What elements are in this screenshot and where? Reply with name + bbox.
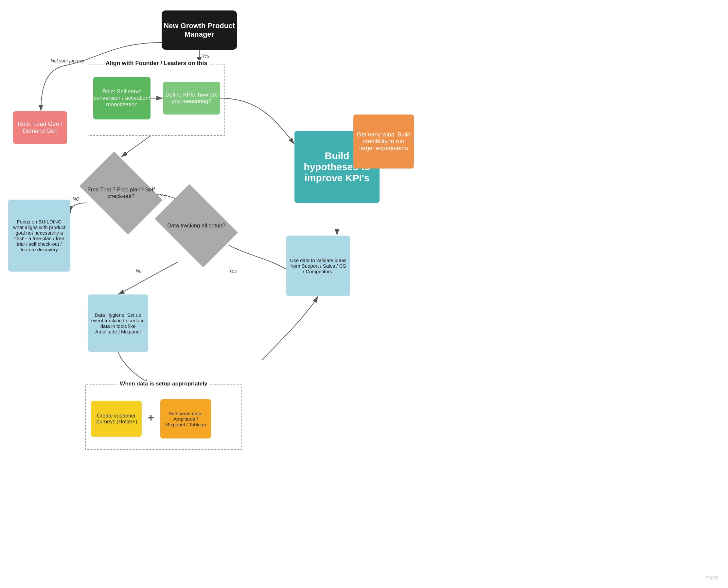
- focus-building-label: Focus on BUILDING what aligns with produ…: [8, 216, 70, 255]
- flowchart: New Growth Product Manager Yes Not your …: [0, 0, 728, 588]
- yes-top-label: Yes: [202, 53, 209, 59]
- data-hygiene-label: Data Hygiene: Set up event tracking to s…: [88, 309, 148, 338]
- align-box-title: Align with Founder / Leaders on this: [103, 60, 210, 67]
- no-freetrial-label: NO: [73, 196, 80, 202]
- start-label: New Growth Product Manager: [162, 22, 237, 39]
- lead-gen-label: Role: Lead Gen / Demand Gen: [13, 121, 67, 134]
- data-tracking-diamond: Data tracking all setup?: [160, 190, 232, 262]
- yes-datatracking-label: Yes: [229, 268, 237, 274]
- role-conversion-label: Role: Self serve conversion / activation…: [93, 88, 150, 108]
- role-conversion-node: Role: Self serve conversion / activation…: [93, 77, 150, 120]
- no-datatracking-label: No: [136, 268, 142, 274]
- define-kpis-label: Define KPIs: how are you measuring?: [163, 91, 220, 105]
- early-wins-label: Get early wins: Build credibility to run…: [354, 128, 414, 155]
- customer-journeys-label: Create customer journeys (Hotjar+): [91, 410, 142, 427]
- miro-watermark: miro: [705, 574, 718, 582]
- use-data-label: Use data to validate ideas from Support …: [286, 254, 350, 277]
- self-serve-data-node: Self-serve data: Amplitude / Mixpanel / …: [160, 399, 211, 439]
- yes-freetrial-label: Yes: [160, 193, 167, 198]
- free-trial-diamond: Free Trial ? Free plan? Self check-out?: [85, 157, 157, 229]
- define-kpis-node: Define KPIs: how are you measuring?: [163, 82, 220, 114]
- use-data-node: Use data to validate ideas from Support …: [286, 236, 350, 296]
- not-your-journey-label: Not your journey: [51, 58, 84, 63]
- self-serve-data-label: Self-serve data: Amplitude / Mixpanel / …: [160, 408, 211, 430]
- plus-sign: +: [148, 412, 154, 424]
- early-wins-node: Get early wins: Build credibility to run…: [354, 114, 414, 169]
- data-hygiene-node: Data Hygiene: Set up event tracking to s…: [88, 294, 148, 352]
- free-trial-diamond-shape: [80, 151, 163, 235]
- customer-journeys-node: Create customer journeys (Hotjar+): [91, 401, 142, 437]
- start-node: New Growth Product Manager: [162, 10, 237, 50]
- lead-gen-node: Role: Lead Gen / Demand Gen: [13, 111, 67, 144]
- bottom-box-title: When data is setup appropriately: [117, 381, 210, 387]
- focus-building-node: Focus on BUILDING what aligns with produ…: [8, 200, 70, 272]
